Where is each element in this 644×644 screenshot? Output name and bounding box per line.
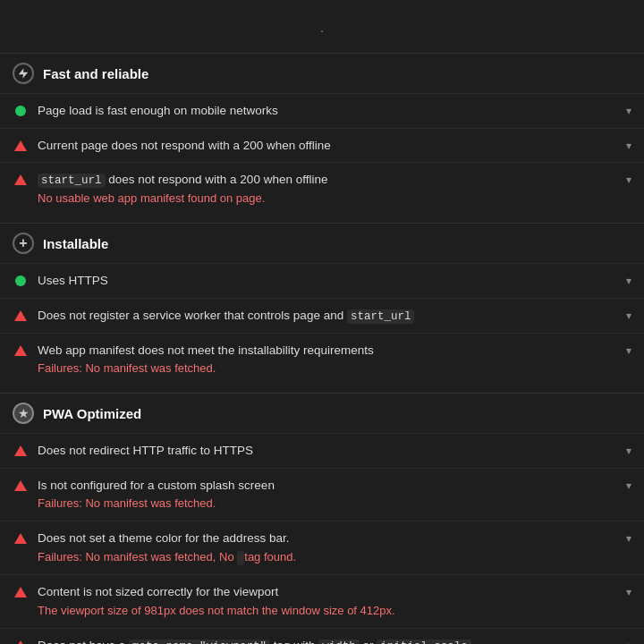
fail-icon: [13, 172, 29, 188]
audit-text: Uses HTTPS: [38, 272, 619, 290]
section-title-pwa-optimized: PWA Optimized: [43, 406, 141, 421]
audit-text: Does not register a service worker that …: [38, 307, 619, 325]
chevron-icon: ▾: [626, 105, 631, 117]
chevron-icon: ▾: [626, 532, 631, 545]
fail-icon: [13, 138, 29, 154]
fail-icon: [13, 308, 29, 324]
audit-row[interactable]: Does not redirect HTTP traffic to HTTPS▾: [0, 433, 644, 468]
pass-icon: [13, 103, 29, 119]
audit-text: Page load is fast enough on mobile netwo…: [38, 102, 619, 120]
audit-error: Failures: No manifest was fetched.: [38, 360, 619, 377]
audit-row[interactable]: Does not have a meta name="viewport" tag…: [0, 628, 644, 644]
audit-text: Does not have a meta name="viewport" tag…: [38, 637, 619, 644]
audit-row[interactable]: Current page does not respond with a 200…: [0, 128, 644, 163]
audit-row[interactable]: Does not set a theme color for the addre…: [0, 521, 644, 574]
plus-icon: +: [13, 233, 34, 254]
audit-error: No usable web app manifest found on page…: [38, 191, 619, 208]
section-fast-reliable: Fast and reliablePage load is fast enoug…: [0, 53, 644, 216]
section-title-fast-reliable: Fast and reliable: [43, 66, 148, 81]
audit-row[interactable]: Content is not sized correctly for the v…: [0, 574, 644, 627]
chevron-icon: ▾: [626, 445, 631, 457]
chevron-icon: ▾: [626, 275, 631, 287]
page-subtitle: .: [18, 21, 626, 35]
audit-row[interactable]: Web app manifest does not meet the insta…: [0, 333, 644, 386]
chevron-icon: ▾: [626, 640, 631, 644]
chevron-icon: ▾: [626, 309, 631, 322]
section-header-installable: +Installable: [0, 224, 644, 263]
audit-text: Web app manifest does not meet the insta…: [38, 342, 619, 360]
audit-row[interactable]: Uses HTTPS▾: [0, 263, 644, 298]
audit-text: Does not set a theme color for the addre…: [38, 530, 619, 547]
section-title-installable: Installable: [43, 236, 108, 251]
chevron-icon: ▾: [626, 344, 631, 357]
chevron-icon: ▾: [626, 479, 631, 492]
audit-row[interactable]: Page load is fast enough on mobile netwo…: [0, 93, 644, 128]
chevron-icon: ▾: [626, 140, 631, 152]
section-header-fast-reliable: Fast and reliable: [0, 54, 644, 93]
audit-text: start_url does not respond with a 200 wh…: [38, 171, 619, 189]
sections-container: Fast and reliablePage load is fast enoug…: [0, 53, 644, 644]
fail-icon: [13, 638, 29, 644]
audit-row[interactable]: Is not configured for a custom splash sc…: [0, 468, 644, 521]
audit-text: Is not configured for a custom splash sc…: [38, 477, 619, 495]
section-installable: +InstallableUses HTTPS▾Does not register…: [0, 223, 644, 386]
star-icon: ★: [13, 402, 34, 424]
chevron-icon: ▾: [626, 174, 631, 186]
audit-text: Does not redirect HTTP traffic to HTTPS: [38, 442, 619, 460]
fail-icon: [13, 584, 29, 600]
audit-row[interactable]: start_url does not respond with a 200 wh…: [0, 162, 644, 216]
section-pwa-optimized: ★PWA OptimizedDoes not redirect HTTP tra…: [0, 393, 644, 644]
fail-icon: [13, 443, 29, 459]
audit-row[interactable]: Does not register a service worker that …: [0, 298, 644, 333]
fail-icon: [13, 478, 29, 494]
audit-text: Current page does not respond with a 200…: [38, 137, 619, 155]
audit-text: Content is not sized correctly for the v…: [38, 583, 619, 601]
audit-error: Failures: No manifest was fetched.: [38, 496, 619, 513]
bolt-icon: [13, 63, 34, 84]
page-header: .: [0, 0, 644, 46]
audit-error: The viewport size of 981px does not matc…: [38, 603, 619, 620]
fail-icon: [13, 530, 29, 547]
fail-icon: [13, 343, 29, 359]
audit-error: Failures: No manifest was fetched, No ta…: [38, 549, 619, 566]
section-header-pwa-optimized: ★PWA Optimized: [0, 394, 644, 433]
pass-icon: [13, 273, 29, 289]
chevron-icon: ▾: [626, 586, 631, 598]
